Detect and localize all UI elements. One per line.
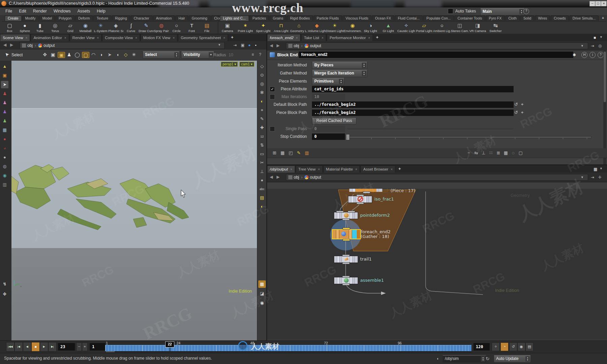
shelf-left-tool-font[interactable]: TFont bbox=[184, 22, 199, 33]
stop-button[interactable]: ■ bbox=[31, 342, 40, 352]
piece-attribute-field[interactable]: cat_orig_ids bbox=[312, 86, 514, 92]
node-output-stub[interactable] bbox=[363, 191, 370, 193]
stop-condition-slider[interactable] bbox=[346, 136, 591, 138]
shelf-right-tab-fluid-contai[interactable]: Fluid Contai... bbox=[395, 16, 423, 21]
right-tool-icon-b0[interactable]: ▩ bbox=[258, 280, 266, 288]
question-icon[interactable]: ? bbox=[598, 52, 604, 58]
close-icon[interactable]: × bbox=[97, 36, 99, 40]
timeline-track[interactable]: 124487296120 22 bbox=[105, 341, 471, 352]
frame-decrement-button[interactable]: − bbox=[76, 342, 82, 351]
shelf-right-tab-crowds[interactable]: Crowds bbox=[551, 16, 569, 21]
go-start-button[interactable]: |◀◀ bbox=[6, 342, 15, 352]
node-output-stub[interactable] bbox=[356, 202, 364, 204]
shelf-left-tab-modify[interactable]: Modify bbox=[22, 16, 39, 21]
op-jump-icon[interactable]: ⌖ bbox=[521, 102, 523, 107]
forward-icon[interactable]: ▶ bbox=[277, 175, 280, 179]
shelf-right-tool-stereo-cam[interactable]: ◫Stereo Cam.. bbox=[451, 22, 469, 33]
render-ring-icon[interactable]: ◎ bbox=[598, 43, 602, 48]
left-tool-icon-b1[interactable]: ✥ bbox=[1, 291, 8, 298]
gear-icon[interactable]: ✛ bbox=[598, 175, 602, 180]
shelf-left-tab-deform[interactable]: Deform bbox=[75, 16, 93, 21]
shelf-right-tab-container-tools[interactable]: Container Tools bbox=[455, 16, 485, 21]
right-tool-icon-14[interactable]: abc bbox=[258, 185, 266, 193]
shelf-right-tab-particle-fluids[interactable]: Particle Fluids bbox=[314, 16, 342, 21]
node-input-stub[interactable] bbox=[343, 228, 350, 230]
shelf-left-tab-texture[interactable]: Texture bbox=[93, 16, 111, 21]
shelf-right-tool-sky-light[interactable]: ◑Sky Light bbox=[362, 22, 379, 33]
scene-path-field[interactable]: obj›output bbox=[20, 42, 225, 49]
network-pane-menu-icon[interactable]: ▼ bbox=[600, 167, 603, 170]
shelf-left-tab-character[interactable]: Character bbox=[131, 16, 152, 21]
keyframe-options-icon[interactable]: ✧ bbox=[492, 342, 500, 351]
right-tool-icon-15[interactable]: ▤ bbox=[258, 194, 266, 202]
node-flag[interactable] bbox=[334, 277, 337, 284]
scene-tab-animation-editor[interactable]: Animation Editor× bbox=[31, 34, 69, 41]
node-body[interactable] bbox=[342, 277, 350, 284]
params-path-field[interactable]: obj›output bbox=[286, 42, 588, 49]
node-assemble1[interactable] bbox=[334, 277, 358, 284]
right-tool-icon-3[interactable]: ✻ bbox=[258, 89, 266, 96]
network-tab-obj-output[interactable]: /obj/output× bbox=[267, 165, 295, 173]
shelf-left-tool-tube[interactable]: ▮Tube bbox=[32, 22, 48, 33]
loop-mode-icon[interactable]: ↺ bbox=[509, 342, 517, 351]
node-flag[interactable] bbox=[340, 212, 342, 219]
left-tool-icon-2[interactable]: ➤ bbox=[1, 81, 8, 88]
shelf-right-tab-pyro-fx[interactable]: Pyro FX bbox=[486, 16, 505, 21]
path-context[interactable]: obj bbox=[27, 43, 33, 48]
node-body[interactable] bbox=[356, 196, 364, 203]
shelf-left-tool-draw-curve[interactable]: ✎Draw Curve bbox=[139, 22, 154, 33]
spinner-icon[interactable]: ▲▼ bbox=[519, 9, 524, 14]
pin-icon[interactable]: ⇥ bbox=[591, 43, 594, 48]
node-trail1[interactable] bbox=[334, 256, 358, 263]
shelf-right-tab-wires[interactable]: Wires bbox=[535, 16, 550, 21]
snapshot-icon[interactable]: ▣ bbox=[241, 43, 244, 48]
current-frame-field[interactable]: 23 bbox=[58, 343, 75, 351]
node-flag[interactable] bbox=[333, 230, 336, 239]
right-tool-icon-b1[interactable]: ◪ bbox=[258, 290, 266, 297]
right-tool-icon-2[interactable]: ◎ bbox=[258, 80, 266, 88]
shelf-left-tab-polygon[interactable]: Polygon bbox=[56, 16, 75, 21]
right-tool-icon-8[interactable]: 12 bbox=[258, 133, 266, 140]
back-icon[interactable]: ◀ bbox=[270, 175, 273, 179]
toolbar-options-icon[interactable]: ≡ bbox=[252, 52, 254, 57]
shelf-right-tab-grains[interactable]: Grains bbox=[270, 16, 286, 21]
pane-maximize-icon[interactable]: ▪ bbox=[255, 43, 256, 48]
params-pane-layout-icon[interactable]: ■ bbox=[594, 35, 596, 40]
step-back-button[interactable]: ◀ bbox=[23, 342, 31, 352]
shelf-right-tab-drive-simula[interactable]: Drive Simula... bbox=[570, 16, 599, 21]
node-flag[interactable] bbox=[350, 212, 352, 219]
shelf-left-tool-curve[interactable]: ∫Curve bbox=[123, 22, 139, 33]
network-view-icon-7[interactable]: ▢ bbox=[517, 150, 524, 156]
shelf-right-tab-particles[interactable]: Particles bbox=[250, 16, 269, 21]
shelf-left-tool-platonic-sol[interactable]: ◈Platonic Sol.. bbox=[108, 22, 123, 33]
path-dropdown-icon[interactable]: ▼ bbox=[218, 43, 221, 47]
network-view-icon-3[interactable]: ∷ bbox=[488, 150, 494, 156]
timeline-scrollbar[interactable] bbox=[105, 351, 471, 352]
network-tool-icon-4[interactable]: ▥ bbox=[304, 150, 310, 156]
shelf-left-tool-box[interactable]: ▢Box bbox=[2, 22, 17, 33]
viewport-tool-icon-9[interactable]: ◖ bbox=[114, 52, 121, 57]
network-tool-icon-2[interactable]: ◰ bbox=[287, 150, 294, 156]
node-flag[interactable] bbox=[367, 196, 369, 203]
shelf-left-tool-circle[interactable]: ○Circle bbox=[169, 22, 184, 33]
shelf-left-tool-l-system[interactable]: ✳L-System bbox=[93, 22, 108, 33]
node-flag[interactable] bbox=[351, 196, 354, 203]
node-input-stub[interactable] bbox=[336, 211, 344, 213]
right-tool-icon-11[interactable]: ✂ bbox=[258, 159, 266, 166]
shelf-right-tab-ocean-fx[interactable]: Ocean FX bbox=[372, 16, 394, 21]
node-flag[interactable] bbox=[369, 196, 372, 203]
right-tool-icon-9[interactable]: ⇅ bbox=[258, 142, 266, 149]
shelf-left-tab-grooming[interactable]: Grooming bbox=[189, 16, 210, 21]
persp-view-chip[interactable]: persp1 ▾ bbox=[221, 62, 238, 67]
close-icon[interactable]: × bbox=[223, 36, 225, 40]
shelf-right-tool-portal-light[interactable]: ▱Portal Light bbox=[415, 22, 433, 33]
minimize-button[interactable]: ─ bbox=[589, 1, 595, 6]
node-flag[interactable] bbox=[350, 277, 352, 284]
path-node[interactable]: output bbox=[44, 43, 55, 48]
right-tool-icon-4[interactable]: ◐ bbox=[258, 98, 266, 105]
node-flag[interactable] bbox=[353, 189, 355, 192]
shelf-right-tool-camera[interactable]: ▣Camera bbox=[219, 22, 236, 33]
right-tool-icon-b2[interactable]: ◉ bbox=[258, 299, 266, 307]
scrollbar-thumb[interactable] bbox=[106, 351, 115, 352]
menu-windows[interactable]: Windows bbox=[50, 7, 74, 13]
